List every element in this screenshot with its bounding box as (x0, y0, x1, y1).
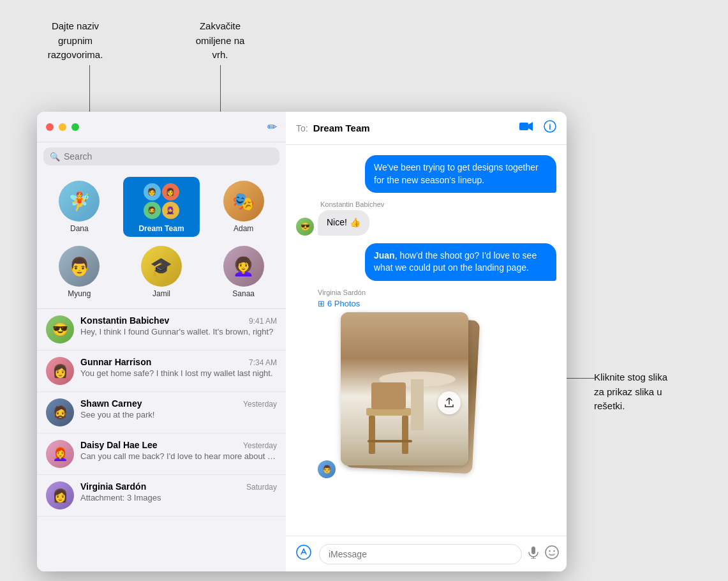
conv-name-shawn: Shawn Carney (80, 398, 142, 409)
pinned-item-myung[interactable]: 👨 Myung (41, 242, 118, 302)
pinned-item-adam[interactable]: 🎭 Adam (205, 177, 282, 237)
conv-info-daisy: Daisy Dal Hae Lee Yesterday Can you call… (80, 440, 277, 461)
conv-item-konstantin[interactable]: 😎 Konstantin Babichev 9:41 AM Hey, I thi… (37, 309, 286, 351)
svg-rect-0 (519, 123, 528, 130)
photo-section: Virginia Sardón ⊞ 6 Photos 👨 (318, 289, 481, 478)
conv-time-shawn: Yesterday (243, 400, 277, 409)
group-mini-3: 🧔 (144, 202, 161, 219)
bubble-konstantin: Nice! 👍 (318, 210, 369, 236)
to-label: To: (296, 123, 308, 133)
message-with-avatar-konstantin: 😎 Nice! 👍 (296, 210, 369, 236)
conv-name-virginia: Virginia Sardón (80, 481, 146, 492)
app-store-button[interactable] (293, 544, 314, 564)
msg-avatar-konstantin: 😎 (296, 218, 314, 236)
avatar-adam: 🎭 (223, 181, 264, 222)
svg-marker-1 (528, 122, 533, 131)
conv-item-shawn[interactable]: 🧔 Shawn Carney Yesterday See you at the … (37, 392, 286, 434)
svg-point-17 (553, 550, 554, 552)
pinned-section: 🧚 Dana 🧑 👩 🧔 🧕 Dream Team 🎭 (37, 170, 286, 309)
avatar-jamil: 🎓 (141, 246, 182, 287)
photo-sender: Virginia Sardón (318, 289, 481, 296)
video-call-icon[interactable] (519, 121, 533, 135)
app-window: ✏ 🔍 🧚 Dana 🧑 👩 🧔 (37, 112, 567, 571)
annotation-group-name: Dajte nazivgrupnimrazgovorima. (37, 19, 114, 63)
info-icon[interactable]: i (544, 120, 556, 136)
pinned-label-dana: Dana (70, 224, 89, 233)
sender-name-konstantin: Konstantin Babichev (320, 200, 384, 208)
msg-avatar-juan: 👨 (318, 460, 336, 478)
conv-avatar-gunnar: 👩 (46, 357, 74, 385)
photo-count: 6 Photos (327, 299, 360, 308)
avatar-dana: 🧚 (59, 181, 100, 222)
bubble-sent-2: Juan, how'd the shoot go? I'd love to se… (365, 243, 556, 281)
svg-rect-5 (411, 379, 424, 430)
pinned-item-sanaa[interactable]: 👩‍🦱 Sanaa (205, 242, 282, 302)
svg-point-15 (546, 546, 558, 559)
chat-header-icons: i (519, 120, 556, 136)
bubble-sent-1: We've been trying to get designs togethe… (365, 155, 556, 193)
pinned-item-jamil[interactable]: 🎓 Jamil (123, 242, 200, 302)
conv-avatar-konstantin: 😎 (46, 315, 74, 343)
pinned-label-jamil: Jamil (152, 289, 170, 298)
chat-header: To: Dream Team i (286, 112, 567, 145)
message-received-konstantin: Konstantin Babichev 😎 Nice! 👍 (296, 200, 556, 236)
emoji-button[interactable] (545, 545, 559, 562)
svg-rect-12 (531, 547, 535, 554)
messages-area: We've been trying to get designs togethe… (286, 145, 567, 536)
conv-preview-gunnar: You get home safe? I think I lost my wal… (80, 368, 277, 378)
conv-header-gunnar: Gunnar Harrison 7:34 AM (80, 357, 277, 367)
minimize-button[interactable] (59, 123, 66, 131)
conv-time-gunnar: 7:34 AM (249, 358, 277, 367)
conv-name-daisy: Daisy Dal Hae Lee (80, 440, 158, 450)
pinned-label-myung: Myung (68, 289, 91, 298)
compose-button[interactable]: ✏ (267, 120, 277, 134)
pinned-item-dana[interactable]: 🧚 Dana (41, 177, 118, 237)
conv-info-konstantin: Konstantin Babichev 9:41 AM Hey, I think… (80, 315, 277, 336)
conv-time-konstantin: 9:41 AM (249, 317, 277, 326)
conv-info-shawn: Shawn Carney Yesterday See you at the pa… (80, 398, 277, 419)
annotation-pin-favorites: Zakvačiteomiljene navrh. (182, 19, 258, 63)
avatar-sanaa: 👩‍🦱 (223, 246, 264, 287)
conv-time-virginia: Saturday (246, 483, 277, 492)
conv-preview-konstantin: Hey, I think I found Gunnar's wallet. It… (80, 327, 277, 336)
photo-label: ⊞ 6 Photos (318, 299, 481, 308)
bold-juan: Juan (374, 250, 395, 260)
avatar-dream-team: 🧑 👩 🧔 🧕 (141, 181, 182, 222)
conv-preview-daisy: Can you call me back? I'd love to hear m… (80, 451, 277, 461)
grid-icon: ⊞ (318, 299, 325, 308)
close-button[interactable] (46, 123, 54, 131)
chat-recipient: Dream Team (313, 123, 514, 133)
group-mini-4: 🧕 (162, 202, 179, 219)
message-sent-1: We've been trying to get designs togethe… (296, 155, 556, 193)
share-button[interactable] (438, 391, 461, 414)
annotation-photo-stack: Kliknite stog slikaza prikaz slika ureše… (594, 370, 709, 414)
svg-rect-10 (368, 440, 412, 442)
conv-item-gunnar[interactable]: 👩 Gunnar Harrison 7:34 AM You get home s… (37, 351, 286, 392)
message-input[interactable] (319, 544, 522, 564)
maximize-button[interactable] (71, 123, 79, 131)
conv-time-daisy: Yesterday (243, 441, 277, 450)
message-sent-2: Juan, how'd the shoot go? I'd love to se… (296, 243, 556, 281)
conv-info-virginia: Virginia Sardón Saturday Attachment: 3 I… (80, 481, 277, 502)
photo-stack[interactable] (341, 312, 481, 478)
svg-rect-9 (402, 416, 408, 454)
pinned-item-dream-team[interactable]: 🧑 👩 🧔 🧕 Dream Team (123, 177, 200, 237)
search-bar[interactable]: 🔍 (43, 147, 279, 165)
conv-avatar-daisy: 👩‍🦰 (46, 440, 74, 468)
conv-header-konstantin: Konstantin Babichev 9:41 AM (80, 315, 277, 326)
photo-card-front[interactable] (341, 312, 468, 465)
conv-header-shawn: Shawn Carney Yesterday (80, 398, 277, 409)
svg-rect-8 (369, 416, 375, 454)
conv-item-virginia[interactable]: 👩 Virginia Sardón Saturday Attachment: 3… (37, 475, 286, 517)
avatar-myung: 👨 (59, 246, 100, 287)
conv-item-daisy[interactable]: 👩‍🦰 Daisy Dal Hae Lee Yesterday Can you … (37, 434, 286, 475)
search-input[interactable] (64, 151, 273, 162)
conv-header-daisy: Daisy Dal Hae Lee Yesterday (80, 440, 277, 450)
svg-text:i: i (549, 123, 551, 132)
conv-name-konstantin: Konstantin Babichev (80, 315, 169, 326)
conv-avatar-shawn: 🧔 (46, 398, 74, 426)
svg-point-16 (549, 550, 550, 552)
conversation-list: 😎 Konstantin Babichev 9:41 AM Hey, I thi… (37, 309, 286, 571)
audio-button[interactable] (527, 546, 540, 562)
pinned-label-adam: Adam (234, 224, 253, 233)
